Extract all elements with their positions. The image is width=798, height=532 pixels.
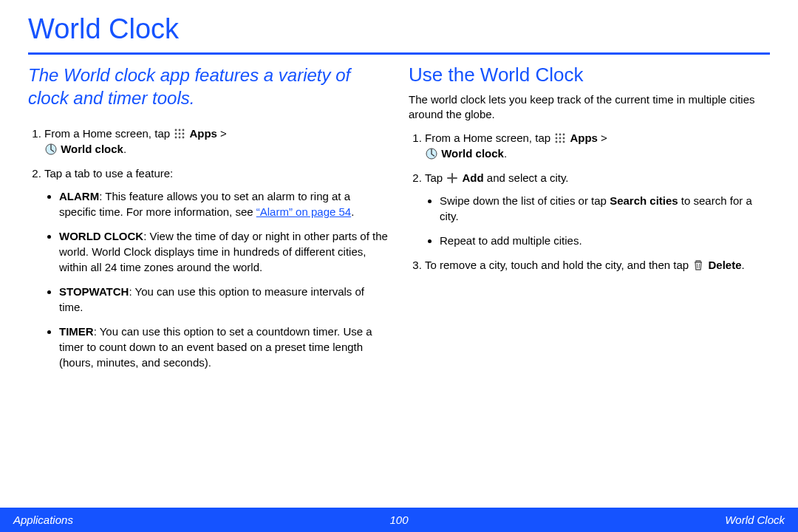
alarm-text-b: . — [351, 205, 354, 218]
r-step2-prefix: Tap — [425, 171, 446, 184]
use-para: The world clock lets you keep track of t… — [409, 92, 770, 123]
world-clock-icon — [426, 148, 437, 160]
title-rule — [28, 52, 770, 55]
footer-left: Applications — [13, 514, 73, 526]
page-title: World Clock — [0, 0, 798, 50]
svg-point-5 — [183, 133, 185, 135]
right-step-1: From a Home screen, tap Apps > World clo… — [425, 130, 770, 161]
feature-stopwatch: STOPWATCH: You can use this option to me… — [59, 284, 389, 315]
alarm-link[interactable]: “Alarm” on page 54 — [256, 205, 351, 218]
feature-timer: TIMER: You can use this option to set a … — [59, 324, 389, 370]
r-world-clock-label: World clock — [441, 147, 504, 160]
intro-text: The World clock app features a variety o… — [28, 64, 389, 109]
world-clock-label: World clock — [61, 143, 123, 155]
use-heading: Use the World Clock — [409, 64, 770, 86]
search-cities-label: Search cities — [610, 194, 678, 207]
r-gt: > — [598, 132, 607, 144]
svg-point-15 — [563, 137, 565, 139]
svg-point-10 — [556, 133, 558, 135]
world-clock-icon — [45, 143, 57, 155]
right-step-2: Tap Add and select a city. Swipe down th… — [425, 170, 770, 248]
svg-point-4 — [179, 133, 181, 135]
apps-icon — [174, 128, 185, 140]
right-steps: From a Home screen, tap Apps > World clo… — [409, 130, 770, 273]
left-steps: From a Home screen, tap Apps > World clo… — [28, 126, 389, 370]
svg-point-6 — [175, 137, 177, 139]
apps-icon — [554, 132, 566, 144]
timer-text: : You can use this option to set a count… — [59, 325, 372, 369]
step2-text: Tap a tab to use a feature: — [44, 167, 173, 180]
feature-alarm: ALARM: This feature allows you to set an… — [59, 188, 389, 219]
svg-point-13 — [556, 137, 558, 139]
left-step-2: Tap a tab to use a feature: ALARM: This … — [44, 166, 389, 370]
footer-page-number: 100 — [390, 514, 409, 526]
alarm-label: ALARM — [59, 190, 99, 202]
svg-point-1 — [179, 129, 181, 132]
svg-point-17 — [559, 140, 562, 143]
step1-prefix: From a Home screen, tap — [44, 127, 173, 140]
step3-b: . — [742, 259, 745, 271]
delete-label: Delete — [709, 259, 742, 271]
feature-world-clock: WORLD CLOCK: View the time of day or nig… — [59, 228, 389, 275]
svg-point-7 — [179, 137, 181, 139]
apps-label: Apps — [189, 127, 217, 140]
r-apps-label: Apps — [570, 132, 598, 144]
swipe-item: Swipe down the list of cities or tap Sea… — [440, 193, 770, 224]
repeat-item: Repeat to add multiple cities. — [440, 233, 770, 248]
add-icon — [446, 172, 458, 184]
svg-point-16 — [556, 140, 558, 143]
gt: > — [217, 127, 227, 140]
feature-list: ALARM: This feature allows you to set an… — [44, 188, 389, 370]
svg-point-11 — [559, 133, 562, 135]
left-step-1: From a Home screen, tap Apps > World clo… — [44, 126, 389, 157]
svg-point-12 — [563, 133, 565, 135]
right-column: Use the World Clock The world clock lets… — [409, 64, 770, 379]
svg-point-8 — [183, 137, 185, 139]
swipe-a: Swipe down the list of cities or tap — [440, 194, 610, 207]
svg-point-18 — [563, 140, 565, 143]
right-step-3: To remove a city, touch and hold the cit… — [425, 257, 770, 273]
content-area: The World clock app features a variety o… — [0, 64, 798, 423]
left-column: The World clock app features a variety o… — [28, 64, 389, 379]
r-step2-suffix: and select a city. — [484, 171, 569, 184]
page-footer: Applications 100 World Clock — [0, 508, 798, 532]
svg-point-14 — [559, 137, 562, 139]
svg-point-2 — [183, 129, 185, 132]
right-substeps: Swipe down the list of cities or tap Sea… — [425, 193, 770, 248]
step3-a: To remove a city, touch and hold the cit… — [425, 259, 692, 271]
svg-point-0 — [175, 129, 177, 132]
world-label: WORLD CLOCK — [59, 230, 143, 242]
delete-icon — [692, 259, 704, 271]
r-step1-prefix: From a Home screen, tap — [425, 132, 553, 144]
footer-right: World Clock — [725, 514, 785, 526]
svg-point-3 — [175, 133, 177, 135]
add-label: Add — [463, 171, 484, 184]
stopwatch-label: STOPWATCH — [59, 285, 129, 298]
timer-label: TIMER — [59, 325, 94, 338]
